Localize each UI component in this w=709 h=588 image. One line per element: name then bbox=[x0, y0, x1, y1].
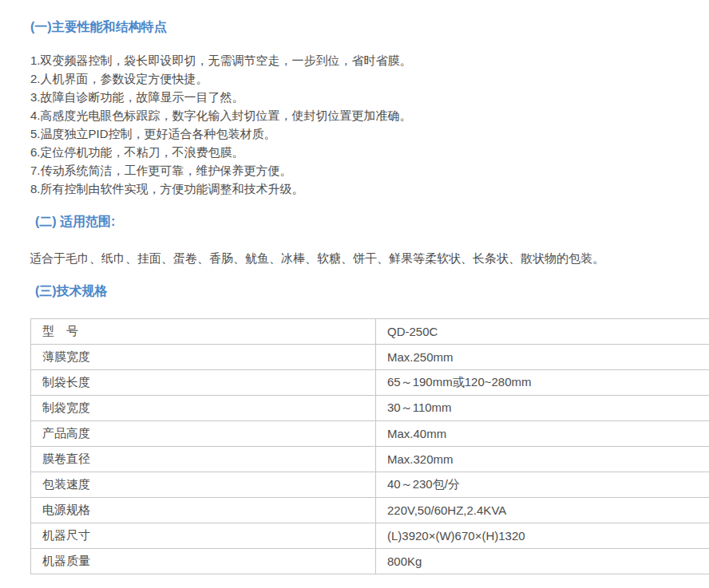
spec-value: 30～110mm bbox=[376, 396, 709, 421]
table-row: 薄膜宽度 Max.250mm bbox=[31, 345, 709, 370]
spec-value: 65～190mm或120~280mm bbox=[376, 370, 709, 396]
spec-table: 型 号 QD-250C 薄膜宽度 Max.250mm 制袋长度 65～190mm… bbox=[30, 318, 709, 574]
spec-label: 电源规格 bbox=[31, 498, 376, 523]
table-row: 制袋长度 65～190mm或120~280mm bbox=[31, 370, 709, 396]
spec-label: 薄膜宽度 bbox=[31, 345, 376, 370]
spec-value: 800Kg bbox=[376, 549, 709, 574]
table-row: 制袋宽度 30～110mm bbox=[31, 396, 709, 421]
feature-item: 2.人机界面，参数设定方便快捷。 bbox=[30, 69, 709, 88]
spec-value: Max.250mm bbox=[376, 345, 709, 370]
spec-value: Max.40mm bbox=[376, 421, 709, 447]
feature-item: 6.定位停机功能，不粘刀，不浪费包膜。 bbox=[30, 143, 709, 161]
scope-paragraph: 适合于毛巾、纸巾、挂面、蛋卷、香肠、鱿鱼、冰棒、软糖、饼干、鲜果等柔软状、长条状… bbox=[30, 249, 679, 267]
feature-list: 1.双变频器控制，袋长即设即切，无需调节空走，一步到位，省时省膜。 2.人机界面… bbox=[30, 51, 709, 198]
table-row: 机器尺寸 (L)3920×(W)670×(H)1320 bbox=[31, 523, 709, 549]
table-row: 包装速度 40～230包/分 bbox=[31, 472, 709, 498]
table-row: 产品高度 Max.40mm bbox=[31, 421, 709, 447]
section-heading-specs: (三)技术规格 bbox=[35, 283, 709, 299]
table-row: 电源规格 220V,50/60HZ,2.4KVA bbox=[31, 498, 709, 523]
feature-item: 8.所有控制由软件实现，方便功能调整和技术升级。 bbox=[30, 180, 709, 198]
spec-value: 220V,50/60HZ,2.4KVA bbox=[376, 498, 709, 523]
spec-label: 膜卷直径 bbox=[31, 447, 376, 472]
spec-label: 型 号 bbox=[31, 319, 376, 345]
table-row: 膜卷直径 Max.320mm bbox=[31, 447, 709, 472]
spec-value: 40～230包/分 bbox=[376, 472, 709, 498]
spec-label: 机器尺寸 bbox=[31, 523, 376, 549]
feature-item: 7.传动系统简洁，工作更可靠，维护保养更方便。 bbox=[30, 161, 709, 180]
table-row: 机器质量 800Kg bbox=[31, 549, 709, 574]
feature-item: 4.高感度光电眼色标跟踪，数字化输入封切位置，使封切位置更加准确。 bbox=[30, 106, 709, 124]
section-heading-scope: (二) 适用范围: bbox=[35, 214, 709, 230]
spec-label: 制袋宽度 bbox=[31, 396, 376, 421]
spec-label: 产品高度 bbox=[31, 421, 376, 447]
section-heading-features: (一)主要性能和结构特点 bbox=[30, 19, 709, 35]
spec-value: Max.320mm bbox=[376, 447, 709, 472]
spec-label: 机器质量 bbox=[31, 549, 376, 574]
table-row: 型 号 QD-250C bbox=[31, 319, 709, 345]
feature-item: 5.温度独立PID控制，更好适合各种包装材质。 bbox=[30, 124, 709, 143]
product-spec-page: (一)主要性能和结构特点 1.双变频器控制，袋长即设即切，无需调节空走，一步到位… bbox=[0, 0, 709, 588]
feature-item: 3.故障自诊断功能，故障显示一目了然。 bbox=[30, 88, 709, 106]
spec-value: QD-250C bbox=[376, 319, 709, 345]
spec-label: 包装速度 bbox=[31, 472, 376, 498]
spec-value: (L)3920×(W)670×(H)1320 bbox=[376, 523, 709, 549]
feature-item: 1.双变频器控制，袋长即设即切，无需调节空走，一步到位，省时省膜。 bbox=[30, 51, 709, 69]
spec-label: 制袋长度 bbox=[31, 370, 376, 396]
